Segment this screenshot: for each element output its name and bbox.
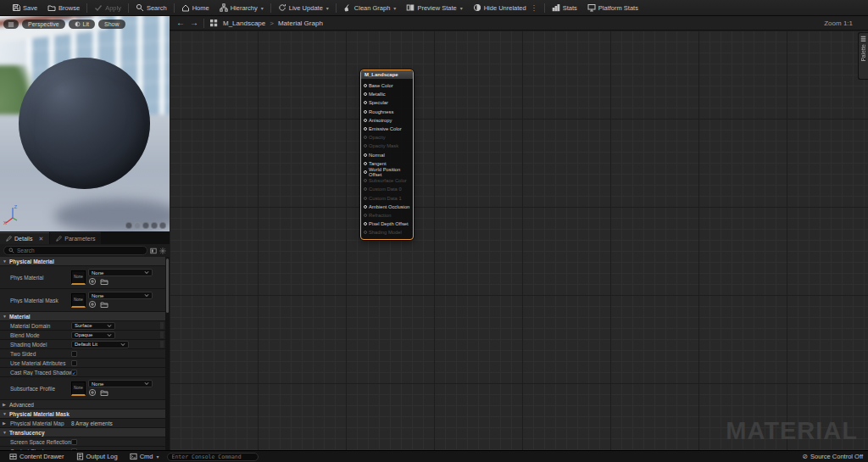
reset-to-default[interactable]	[160, 322, 164, 329]
node-pin-ambient-occlusion[interactable]: Ambient Occlusion	[361, 203, 413, 211]
use-material-attributes-checkbox[interactable]	[71, 360, 77, 366]
tab-details[interactable]: Details ✕	[0, 232, 49, 244]
asset-thumbnail[interactable]: None	[71, 270, 86, 285]
browse-to-asset-icon[interactable]	[100, 277, 108, 286]
chevron-down-icon	[120, 342, 125, 347]
node-pin-anisotropy[interactable]: Anisotropy	[361, 116, 413, 125]
property-label: Screen Space Reflections	[0, 439, 71, 445]
property-row: Phys MaterialNoneNone	[0, 266, 165, 289]
perspective-button[interactable]: Perspective	[22, 19, 65, 29]
node-pin-normal[interactable]: Normal	[361, 151, 413, 159]
property-row: ▶Physical Material Map8 Array elements	[0, 419, 165, 428]
plane-shape-button[interactable]	[142, 222, 149, 229]
pin-label: Metallic	[369, 92, 386, 97]
gear-icon[interactable]	[159, 248, 166, 254]
toolbar-stats-button[interactable]: Stats	[547, 0, 582, 16]
source-control-button[interactable]: ⊘ Source Control Off	[802, 453, 863, 460]
plus-circle-icon[interactable]	[88, 300, 97, 309]
console-command-input[interactable]	[172, 454, 253, 460]
console-command-box[interactable]	[167, 453, 259, 461]
toolbar-clean-graph-button[interactable]: Clean Graph▾	[338, 0, 402, 16]
toolbar-live-update-button[interactable]: Live Update▾	[273, 0, 334, 16]
plus-circle-icon[interactable]	[88, 277, 97, 286]
toolbar-home-button[interactable]: Home	[176, 0, 214, 16]
content-drawer-button[interactable]: Content Drawer	[5, 453, 69, 460]
pin-circle-icon	[364, 222, 367, 225]
node-pin-metallic[interactable]: Metallic	[361, 90, 413, 98]
sphere-shape-button[interactable]	[134, 222, 141, 229]
expander-arrow-icon[interactable]: ▶	[3, 420, 6, 426]
node-title[interactable]: M_Landscape	[361, 70, 413, 80]
back-arrow-icon[interactable]: ←	[176, 19, 185, 27]
more-options-icon[interactable]: ⋮	[531, 4, 537, 12]
viewport-menu-button[interactable]	[3, 19, 19, 29]
cast-ray-traced-shadows-checkbox[interactable]: ✓	[71, 370, 77, 376]
node-pin-specular[interactable]: Specular	[361, 98, 413, 107]
browse-to-asset-icon[interactable]	[100, 300, 108, 309]
expander-arrow-icon[interactable]: ▶	[3, 402, 6, 407]
source-control-label: Source Control Off	[810, 453, 863, 460]
show-menu-button[interactable]: Show	[98, 19, 125, 29]
pin-label: Custom Data 1	[369, 196, 402, 201]
close-icon[interactable]: ✕	[38, 236, 43, 242]
expander-arrow-icon[interactable]: ▼	[3, 314, 7, 319]
display-options-icon[interactable]	[150, 248, 157, 254]
toolbar-apply-button[interactable]: Apply	[89, 0, 126, 16]
chevron-down-icon	[144, 381, 149, 386]
pin-label: Custom Data 0	[369, 186, 402, 192]
palette-tab[interactable]: Palette	[858, 32, 868, 80]
cube-shape-button[interactable]	[151, 222, 158, 229]
forward-arrow-icon[interactable]: →	[190, 19, 198, 27]
breadcrumb-root[interactable]: M_Landscape	[223, 19, 265, 27]
pin-label: Refraction	[369, 213, 391, 218]
node-pin-roughness[interactable]: Roughness	[361, 108, 413, 116]
asset-thumbnail[interactable]: None	[71, 381, 86, 396]
pin-circle-icon	[364, 84, 367, 87]
details-search[interactable]	[3, 246, 147, 255]
breadcrumb[interactable]: M_Landscape > Material Graph	[223, 19, 323, 27]
graph-canvas[interactable]: M_Landscape Base ColorMetallicSpecularRo…	[170, 31, 868, 450]
shading-model-dropdown[interactable]: Default Lit	[71, 341, 129, 348]
node-pins: Base ColorMetallicSpecularRoughnessAniso…	[361, 80, 413, 239]
phys-material-mask-dropdown[interactable]: None	[88, 292, 153, 299]
material-domain-dropdown[interactable]: Surface	[71, 322, 115, 330]
content-drawer-icon	[9, 453, 17, 460]
material-editor-window: SaveBrowseApplySearchHomeHierarchy▾Live …	[0, 0, 868, 462]
toolbar-platform-stats-button[interactable]: Platform Stats	[582, 0, 643, 16]
details-rows: ▼Physical MaterialPhys MaterialNoneNoneP…	[0, 257, 165, 450]
toolbar-preview-state-button[interactable]: Preview State▾	[401, 0, 467, 16]
mesh-shape-button[interactable]	[159, 222, 166, 229]
toolbar-item-label: Save	[23, 4, 37, 12]
blend-mode-dropdown[interactable]: Opaque	[71, 331, 115, 339]
node-pin-base-color[interactable]: Base Color	[361, 81, 413, 90]
phys-material-dropdown[interactable]: None	[88, 269, 153, 276]
output-log-button[interactable]: Output Log	[72, 453, 122, 460]
toolbar-save-button[interactable]: Save	[7, 0, 42, 16]
asset-thumbnail[interactable]: None	[71, 293, 86, 308]
node-pin-pixel-depth-offset[interactable]: Pixel Depth Offset	[361, 220, 413, 228]
property-row: Use Material Attributes	[0, 359, 165, 368]
expander-arrow-icon[interactable]: ▼	[3, 259, 7, 264]
search-input[interactable]	[17, 248, 142, 253]
reset-to-default[interactable]	[160, 331, 164, 338]
two-sided-checkbox[interactable]	[71, 351, 77, 357]
cylinder-shape-button[interactable]	[125, 222, 132, 229]
subsurface-profile-dropdown[interactable]: None	[88, 380, 153, 387]
preview-viewport[interactable]: Perspective Lit Show Z X	[0, 16, 170, 231]
toolbar-browse-button[interactable]: Browse	[42, 0, 85, 16]
expander-arrow-icon[interactable]: ▼	[3, 430, 7, 435]
node-pin-world-position-offset[interactable]: World Position Offset	[361, 168, 413, 176]
toolbar-hierarchy-button[interactable]: Hierarchy▾	[214, 0, 269, 16]
browse-to-asset-icon[interactable]	[100, 388, 108, 397]
cmd-selector[interactable]: Cmd ▾	[125, 453, 164, 460]
toolbar-search-button[interactable]: Search	[131, 0, 172, 16]
tab-parameters[interactable]: Parameters	[50, 232, 101, 244]
toolbar-hide-unrelated-button[interactable]: Hide Unrelated⋮	[468, 0, 542, 16]
screen-space-reflections-checkbox[interactable]	[71, 439, 77, 445]
plus-circle-icon[interactable]	[88, 388, 97, 397]
node-pin-emissive-color[interactable]: Emissive Color	[361, 125, 413, 133]
lit-mode-button[interactable]: Lit	[69, 19, 95, 29]
reset-to-default[interactable]	[160, 341, 164, 348]
expander-arrow-icon[interactable]: ▼	[3, 411, 7, 416]
material-result-node[interactable]: M_Landscape Base ColorMetallicSpecularRo…	[360, 70, 414, 240]
